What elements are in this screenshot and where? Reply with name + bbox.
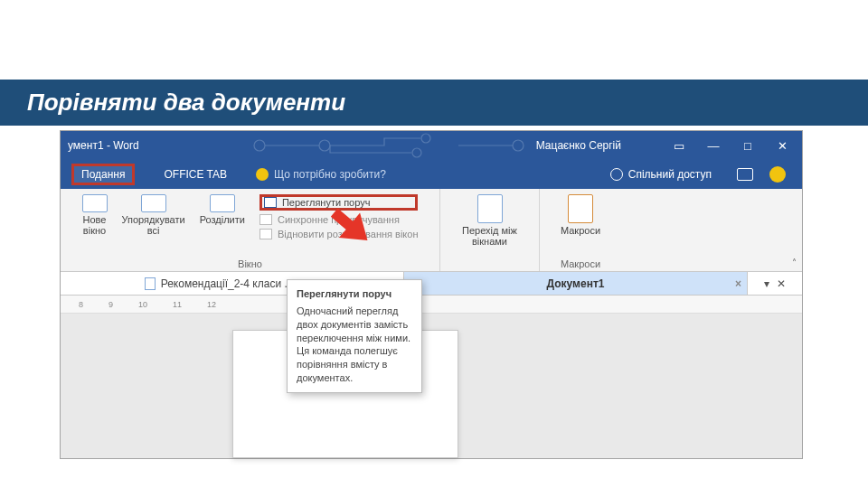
tab-menu-button[interactable]: ▾ [764,277,769,290]
group-window-label: Вікно [238,255,262,269]
new-window-label: Нове вікно [83,214,107,236]
lightbulb-icon [256,168,269,181]
tooltip-title: Переглянути поруч [297,287,412,301]
group-switch-windows: Перехід між вікнами [440,189,540,271]
comments-icon[interactable] [737,168,753,181]
callout-arrow [321,197,375,251]
split-label: Розділити [200,214,245,225]
close-tab-icon[interactable]: × [735,277,741,290]
macros-label: Макроси [561,225,600,236]
document-icon [145,277,156,290]
side-by-side-icon [264,197,277,208]
close-button[interactable]: ✕ [766,135,798,156]
svg-point-3 [412,148,421,157]
share-label: Спільний доступ [628,168,712,181]
group-window: Нове вікно Упорядкувати всі Розділити Пе… [61,189,440,271]
macros-button[interactable]: Макроси [561,194,600,236]
switch-windows-label: Перехід між вікнами [462,225,517,247]
tabstrip-controls: ▾ ✕ [748,272,802,295]
svg-point-2 [421,134,430,143]
page-area [61,314,802,458]
switch-windows-icon [477,194,503,223]
svg-point-1 [319,140,330,151]
slide-title: Порівняти два документи [0,80,868,126]
group-macros-label: Макроси [561,255,600,269]
ruler-mark: 10 [138,300,147,309]
ruler-mark: 12 [207,300,216,309]
macros-icon [568,194,593,223]
document-title: умент1 - Word [68,139,139,152]
ribbon: Нове вікно Упорядкувати всі Розділити Пе… [61,189,802,272]
split-icon [210,194,235,212]
arrange-all-label: Упорядкувати всі [122,214,185,236]
minimize-button[interactable]: — [697,135,730,156]
word-window: умент1 - Word Мацаєнко Сергій ▭ — □ ✕ По… [60,130,803,459]
tab-close-all-button[interactable]: ✕ [777,277,786,290]
sync-scroll-icon [259,214,272,225]
doc-tab-2[interactable]: Документ1 × [404,272,748,295]
feedback-smiley-icon[interactable] [769,166,786,183]
new-window-icon [82,194,108,212]
split-button[interactable]: Розділити [200,194,245,225]
tooltip-side-by-side: Переглянути поруч Одночасний перегляд дв… [287,279,422,393]
svg-point-4 [513,140,524,151]
ribbon-tabs: Подання OFFICE TAB Що потрібно зробити? … [61,160,802,189]
tab-view[interactable]: Подання [71,164,135,185]
switch-windows-button[interactable]: Перехід між вікнами [462,194,517,247]
tab-office[interactable]: OFFICE TAB [155,164,236,184]
maximize-button[interactable]: □ [731,135,764,156]
new-window-button[interactable]: Нове вікно [82,194,108,236]
doc-tab-2-label: Документ1 [547,277,605,290]
ribbon-display-button[interactable]: ▭ [663,135,695,156]
tooltip-body: Одночасний перегляд двох документів замі… [297,305,412,385]
user-name: Мацаєнко Сергій [536,139,621,152]
arrange-all-button[interactable]: Упорядкувати всі [122,194,185,236]
svg-point-0 [254,140,265,151]
share-icon [610,168,623,181]
tell-me-box[interactable]: Що потрібно зробити? [256,168,386,181]
reset-pos-icon [259,229,272,239]
ruler-mark: 9 [108,300,113,309]
share-button[interactable]: Спільний доступ [610,168,712,181]
group-macros: Макроси Макроси [540,189,621,271]
ruler[interactable]: 8 9 10 11 12 16 18 [61,296,802,314]
titlebar: умент1 - Word Мацаєнко Сергій ▭ — □ ✕ [61,131,802,160]
arrange-all-icon [141,194,166,212]
ruler-mark: 11 [173,300,182,309]
window-controls: ▭ — □ ✕ [663,135,798,156]
document-tabstrip: Рекомендації_2-4 класи ...ика... Докумен… [61,272,802,296]
tell-me-label: Що потрібно зробити? [274,168,386,181]
svg-marker-5 [324,200,375,251]
ruler-mark: 8 [79,300,83,309]
collapse-ribbon-button[interactable]: ˄ [792,258,797,267]
